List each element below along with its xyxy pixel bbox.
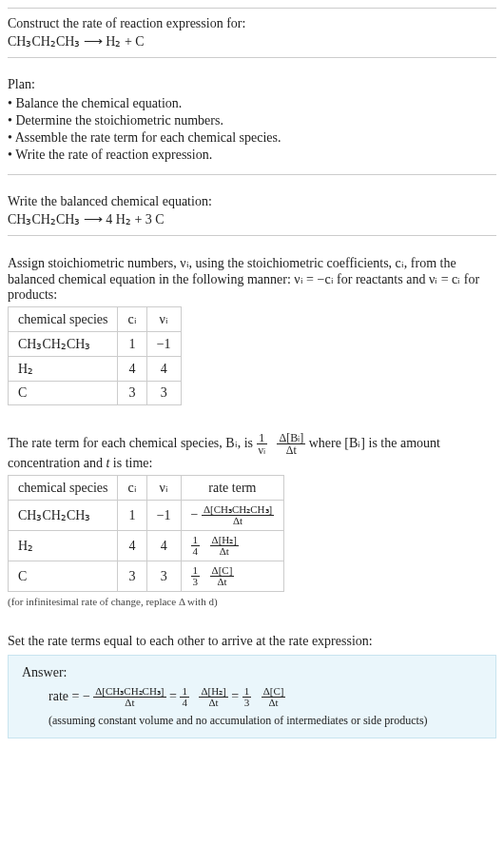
cell-rate: − Δ[CH₃CH₂CH₃] Δt	[181, 501, 284, 531]
col-rate: rate term	[181, 476, 284, 501]
table-row: CH₃CH₂CH₃ 1 −1	[9, 332, 182, 357]
cell-c: 3	[118, 382, 146, 405]
col-species: chemical species	[9, 307, 118, 332]
frac-den: Δt	[210, 577, 235, 587]
cell-v: −1	[146, 501, 181, 531]
col-c: cᵢ	[118, 476, 146, 501]
answer-label: Answer:	[22, 665, 482, 680]
plan-item: Write the rate of reaction expression.	[8, 148, 496, 163]
cell-c: 4	[118, 531, 146, 561]
plan-list: Balance the chemical equation. Determine…	[8, 96, 496, 163]
cell-c: 4	[118, 357, 146, 382]
frac-den: 4	[191, 546, 201, 557]
answer-eq1: =	[169, 689, 180, 703]
construct-section: Construct the rate of reaction expressio…	[8, 8, 496, 58]
plan-title: Plan:	[8, 77, 496, 92]
balanced-section: Write the balanced chemical equation: CH…	[8, 187, 496, 236]
setequal-title: Set the rate terms equal to each other t…	[8, 634, 496, 649]
answer-note: (assuming constant volume and no accumul…	[48, 714, 482, 728]
table-row: C 3 3	[9, 382, 182, 405]
stoich-intro: Assign stoichiometric numbers, νᵢ, using…	[8, 255, 496, 303]
cell-v: 4	[146, 531, 181, 561]
construct-equation: CH₃CH₂CH₃ ⟶ H₂ + C	[8, 33, 496, 49]
col-c: cᵢ	[118, 307, 146, 332]
plan-item: Determine the stoichiometric numbers.	[8, 113, 496, 128]
col-species: chemical species	[9, 476, 118, 501]
plan-item: Assemble the rate term for each chemical…	[8, 130, 496, 146]
cell-v: 4	[146, 357, 181, 382]
answer-term-1: Δ[CH₃CH₂CH₃] Δt	[93, 686, 165, 708]
cell-c: 1	[118, 332, 146, 357]
table-row: H₂ 4 4	[9, 357, 182, 382]
answer-coef-2: 1 4	[180, 686, 189, 708]
plan-section: Plan: Balance the chemical equation. Det…	[8, 69, 496, 175]
table-row: C 3 3 1 3 Δ[C] Δt	[9, 561, 284, 592]
answer-term-3: Δ[C] Δt	[262, 686, 286, 708]
stoich-table: chemical species cᵢ νᵢ CH₃CH₂CH₃ 1 −1 H₂…	[8, 306, 182, 405]
frac-den: 3	[242, 698, 252, 708]
stoich-section: Assign stoichiometric numbers, νᵢ, using…	[8, 247, 496, 413]
table-header-row: chemical species cᵢ νᵢ rate term	[9, 476, 284, 501]
table-row: H₂ 4 4 1 4 Δ[H₂] Δt	[9, 531, 284, 561]
cell-species: CH₃CH₂CH₃	[9, 501, 118, 531]
answer-box: Answer: rate = − Δ[CH₃CH₂CH₃] Δt = 1 4 Δ…	[8, 655, 496, 738]
answer-prefix: rate = −	[48, 689, 90, 703]
answer-coef-3: 1 3	[242, 686, 252, 708]
setequal-section: Set the rate terms equal to each other t…	[8, 626, 496, 746]
cell-v: 3	[146, 382, 181, 405]
answer-term-2: Δ[H₂] Δt	[199, 686, 227, 708]
cell-species: C	[9, 561, 118, 592]
cell-species: CH₃CH₂CH₃	[9, 332, 118, 357]
answer-expression: rate = − Δ[CH₃CH₂CH₃] Δt = 1 4 Δ[H₂] Δt …	[48, 686, 482, 708]
rate-frac: Δ[H₂] Δt	[210, 535, 239, 557]
rate-lead: −	[191, 507, 199, 522]
rateterm-section: The rate term for each chemical species,…	[8, 424, 496, 615]
frac-den: Δt	[277, 444, 305, 456]
frac-den: 4	[180, 698, 189, 708]
frac-den: Δt	[93, 698, 165, 708]
table-row: CH₃CH₂CH₃ 1 −1 − Δ[CH₃CH₂CH₃] Δt	[9, 501, 284, 531]
col-v: νᵢ	[146, 476, 181, 501]
cell-species: C	[9, 382, 118, 405]
table-header-row: chemical species cᵢ νᵢ	[9, 307, 182, 332]
plan-item: Balance the chemical equation.	[8, 96, 496, 111]
rate-frac: Δ[C] Δt	[210, 565, 235, 587]
rateterm-intro-d: is time:	[113, 456, 153, 470]
frac-den: Δt	[210, 546, 239, 557]
frac-den: Δt	[262, 698, 286, 708]
answer-eq2: =	[231, 689, 242, 703]
rate-coef: 1 3	[191, 565, 201, 587]
frac-delta-b: Δ[Bᵢ] Δt	[277, 432, 305, 456]
cell-c: 1	[118, 501, 146, 531]
cell-species: H₂	[9, 531, 118, 561]
construct-title: Construct the rate of reaction expressio…	[8, 16, 496, 31]
frac-den: 3	[191, 577, 201, 587]
cell-rate: 1 4 Δ[H₂] Δt	[181, 531, 284, 561]
rateterm-table: chemical species cᵢ νᵢ rate term CH₃CH₂C…	[8, 475, 284, 592]
cell-rate: 1 3 Δ[C] Δt	[181, 561, 284, 592]
frac-den: Δt	[202, 516, 274, 526]
rateterm-note: (for infinitesimal rate of change, repla…	[8, 596, 496, 607]
cell-c: 3	[118, 561, 146, 592]
frac-den: Δt	[199, 698, 227, 708]
rate-frac: Δ[CH₃CH₂CH₃] Δt	[202, 504, 274, 526]
frac-1-over-nu: 1 νᵢ	[257, 432, 267, 456]
frac-den: νᵢ	[257, 444, 267, 456]
rateterm-intro-a: The rate term for each chemical species,…	[8, 436, 257, 450]
col-v: νᵢ	[146, 307, 181, 332]
rateterm-intro: The rate term for each chemical species,…	[8, 432, 496, 471]
cell-v: −1	[146, 332, 181, 357]
rateterm-intro-t: t	[106, 456, 109, 470]
rate-coef: 1 4	[191, 535, 201, 557]
balanced-equation: CH₃CH₂CH₃ ⟶ 4 H₂ + 3 C	[8, 211, 496, 227]
balanced-title: Write the balanced chemical equation:	[8, 194, 496, 209]
cell-v: 3	[146, 561, 181, 592]
cell-species: H₂	[9, 357, 118, 382]
